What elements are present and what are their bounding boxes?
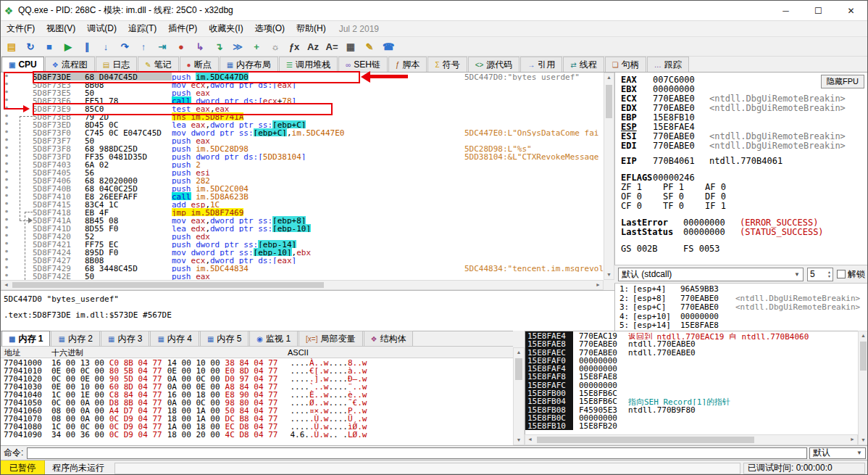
disassembly-hscrollbar[interactable]: ◄ ►	[1, 280, 604, 290]
disasm-row[interactable]: ●5D8F73F0C745 0C E047C45Dmov dword ptr s…	[1, 128, 604, 136]
dump-row[interactable]: 770410300E 00 10 0060 8D 04 770A 00 0E 0…	[1, 382, 513, 390]
scroll-right-icon[interactable]: ►	[593, 281, 603, 289]
disasm-row[interactable]: ●5D8F740B68 04C0C25Dpush im.5DC2C004	[1, 184, 604, 192]
tab-script[interactable]: ƒ脚本	[388, 57, 427, 72]
breakpoint-dot-icon[interactable]: ●	[1, 128, 12, 136]
tab-memory-4[interactable]: ▦内存 4	[150, 331, 199, 346]
dump-row[interactable]: 770410500C 00 0A 00D8 8B 04 770A 00 0C 0…	[1, 398, 513, 406]
stack-row[interactable]: 15E8FAFC00000000	[525, 381, 858, 389]
stack-row[interactable]: 15E8FB0015E8FB6C	[525, 389, 858, 397]
dump-row[interactable]: 770410801C 00 0C 000C D9 04 771A 00 18 0…	[1, 422, 513, 430]
disassembly-hscroll-thumb[interactable]	[12, 282, 324, 288]
disasm-row[interactable]: ●5D8F741583C4 1Cadd esp,1C	[1, 200, 604, 208]
register-value[interactable]: 770B4061	[653, 157, 709, 166]
breakpoint-dot-icon[interactable]: ●	[1, 120, 12, 128]
breakpoint-dot-icon[interactable]: ●	[1, 240, 12, 248]
tab-breakpoints[interactable]: ●断点	[180, 57, 219, 72]
breakpoint-dot-icon[interactable]: ●	[1, 136, 12, 144]
menu-item[interactable]: 帮助(H)	[291, 20, 332, 37]
register-value[interactable]: 00000000	[683, 228, 740, 237]
dump-row[interactable]: 7704100016 00 13 00C0 8B 04 7714 00 10 0…	[1, 358, 513, 366]
tab-symbols[interactable]: Σ符号	[427, 57, 467, 72]
dump-row[interactable]: 770410100E 00 0C 0080 5B 04 770E 00 10 0…	[1, 366, 513, 374]
flag-cell[interactable]: IF 1	[705, 202, 747, 211]
step-into-button[interactable]: ↓	[97, 38, 114, 55]
dump-row[interactable]: 7704106008 00 0A 00A4 D7 04 7718 00 1A 0…	[1, 406, 513, 414]
scroll-down-icon[interactable]: ▼	[859, 436, 868, 445]
disasm-row[interactable]: ●5D8F73E550push eax	[1, 88, 604, 96]
tab-memory-3[interactable]: ▦内存 3	[101, 331, 149, 346]
stack-row[interactable]: 15E8FB0415E8FB6C指向SEH_Record[1]的指针	[525, 397, 858, 405]
stack-vscrollbar[interactable]: ▲ ▼	[858, 331, 868, 445]
minimize-button[interactable]: ─	[769, 1, 802, 21]
breakpoint-dot-icon[interactable]: ●	[1, 256, 12, 264]
stack-hscrollbar[interactable]: ◄ ►	[525, 434, 858, 445]
restart-button[interactable]: ↻	[22, 38, 39, 55]
scroll-down-icon[interactable]: ▼	[604, 270, 614, 279]
tab-graph[interactable]: ❖流程图	[45, 57, 95, 72]
command-input[interactable]	[27, 447, 807, 459]
breakpoint-dot-icon[interactable]: ●	[1, 200, 12, 208]
stack-arg-row[interactable]: 3:[esp+C]770EABE0<ntdll.DbgUiRemoteBreak…	[619, 303, 868, 313]
breakpoint-dot-icon[interactable]: ●	[1, 96, 12, 104]
help-phone-button[interactable]: ☎	[380, 38, 397, 55]
dump-row[interactable]: 770410200C 00 0E 0090 5D 04 770A 00 0C 0…	[1, 374, 513, 382]
disasm-row[interactable]: ●5D8F74036A 02push 2	[1, 160, 604, 168]
tab-memory-1[interactable]: ▦内存 1	[1, 331, 50, 346]
unlock-checkbox[interactable]: 解锁	[837, 268, 865, 281]
disasm-row[interactable]: ●5D8F73ED8D45 0Clea eax,dword ptr ss:[eb…	[1, 120, 604, 128]
menu-item[interactable]: 选项(O)	[249, 20, 291, 37]
breakpoint-dot-icon[interactable]: ●	[1, 224, 12, 232]
dump-row[interactable]: 770410401C 00 1E 00C8 84 04 7716 00 18 0…	[1, 390, 513, 398]
tab-cpu[interactable]: ▣CPU	[1, 57, 44, 72]
tab-memory-map[interactable]: ▦内存布局	[220, 57, 278, 72]
disasm-row[interactable]: ●5D8F73F868 988DC25Dpush im.5DC28D985DC2…	[1, 144, 604, 152]
register-value[interactable]: 770EABE0	[653, 141, 709, 151]
maximize-button[interactable]: ☐	[802, 1, 835, 21]
patches-button[interactable]: +	[248, 38, 265, 55]
breakpoint-dot-icon[interactable]: ●	[1, 144, 12, 152]
scroll-left-icon[interactable]: ◄	[525, 435, 535, 445]
disasm-row[interactable]: ●5D8F742E50push eax	[1, 272, 604, 280]
disasm-row[interactable]: ●5D8F742968 3448C45Dpush im.5DC448345DC4…	[1, 264, 604, 272]
scroll-up-icon[interactable]: ▲	[604, 73, 614, 82]
checkbox-icon[interactable]	[837, 270, 846, 278]
menu-item[interactable]: 视图(V)	[41, 20, 81, 37]
disasm-row[interactable]: ●5D8F7421FF75 ECpush dword ptr ss:[ebp-1…	[1, 240, 604, 248]
disasm-row[interactable]: ●5D8F7424895D F0mov dword ptr ss:[ebp-10…	[1, 248, 604, 256]
run-to-user-code-button[interactable]: ⇥	[154, 38, 171, 55]
menu-item[interactable]: 调试(D)	[81, 20, 122, 37]
dump-vscroll-thumb[interactable]	[515, 358, 522, 380]
breakpoint-dot-icon[interactable]: ●	[1, 73, 12, 80]
disasm-row[interactable]: ●5D8F74278B08mov ecx,dword ptr ds:[eax]	[1, 256, 604, 264]
menu-item[interactable]: 插件(P)	[162, 20, 203, 37]
tab-log[interactable]: ▤日志	[96, 57, 137, 72]
breakpoint-dot-icon[interactable]: ●	[1, 248, 12, 256]
scroll-up-icon[interactable]: ▲	[514, 348, 524, 357]
tab-notes[interactable]: ✎笔记	[138, 57, 178, 72]
tab-references[interactable]: →引用	[520, 57, 562, 72]
breakpoint-dot-icon[interactable]: ●	[1, 192, 12, 200]
spinner-arrows-icon[interactable]: ▴▾	[828, 270, 830, 278]
scroll-right-icon[interactable]: ►	[848, 435, 857, 445]
fx-script-button[interactable]: ƒx	[285, 38, 303, 55]
open-file-button[interactable]: ▤	[3, 38, 20, 55]
dump-row[interactable]: 7704109034 00 36 000C D9 04 7718 00 20 0…	[1, 430, 513, 438]
disasm-row[interactable]: ●5D8F7410E8 26EEFAFFcall im.5D8A623B	[1, 192, 604, 200]
breakpoint-dot-icon[interactable]: ●	[1, 184, 12, 192]
disasm-row[interactable]: ●5D8F740556push esi	[1, 168, 604, 176]
breakpoints-button[interactable]: ●	[172, 38, 190, 55]
tab-struct[interactable]: ❖结构体	[364, 331, 414, 346]
disasm-row[interactable]: ●5D8F73FDFF35 0481D35Dpush dword ptr ds:…	[1, 152, 604, 160]
scroll-down-icon[interactable]: ▼	[514, 436, 524, 445]
disasm-row[interactable]: ●5D8F741D8D55 F0lea edx,dword ptr ss:[eb…	[1, 224, 604, 232]
stack-row[interactable]: 15E8FAE4770EAC19返回到 ntdll.770EAC19 自 ntd…	[525, 331, 858, 339]
stack-row[interactable]: 15E8FAEC770EABE0ntdll.770EABE0	[525, 348, 858, 356]
flag-cell[interactable]: CF 0	[621, 202, 663, 211]
stack-row[interactable]: 15E8FB0C00000000	[525, 413, 858, 421]
step-out-button[interactable]: ↑	[135, 38, 152, 55]
stack-row[interactable]: 15E8FAE8770EABE0ntdll.770EABE0	[525, 339, 858, 347]
settings-gear-button[interactable]: ☼	[267, 38, 284, 55]
calculator-button[interactable]: ▦	[342, 38, 359, 55]
trace-into-button[interactable]: ↳	[191, 38, 209, 55]
